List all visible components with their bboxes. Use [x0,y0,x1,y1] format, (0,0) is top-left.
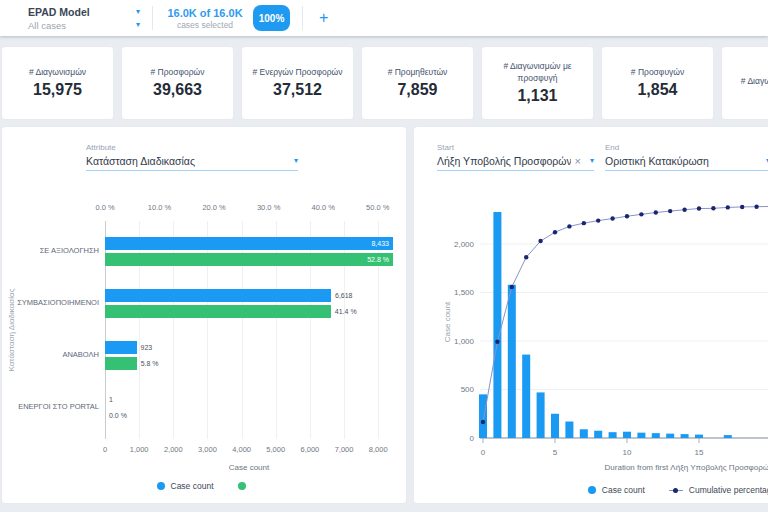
legend-label: Cumulative percentage [689,485,768,495]
percent-axis-tick: 0.0 % [95,203,114,212]
legend-item-cumulative-percentage[interactable]: Cumulative percentage [669,485,768,495]
bar-value-label: 6,618 [335,292,353,299]
chevron-down-icon[interactable]: ▾ [136,8,140,16]
count-axis-tick: 3,000 [198,445,217,454]
histogram-bar[interactable] [652,433,660,438]
histogram-bar[interactable] [551,414,559,438]
bar[interactable] [105,357,137,370]
cumulative-point[interactable] [610,216,614,220]
attribute-chart-panel: Attribute Κατάσταση Διαδικασίας ▾ Κατάστ… [1,126,407,504]
cumulative-point[interactable] [567,224,571,228]
kpi-label: # Προσφυγών [623,67,692,78]
selection-summary: 16.0K of 16.0K cases selected [165,7,245,30]
cumulative-point[interactable] [481,420,485,424]
percent-axis-tick: 10.0 % [148,203,171,212]
cumulative-point[interactable] [625,214,629,218]
bar[interactable] [105,237,393,250]
end-activity-dropdown[interactable]: End Οριστική Κατακύρωση ▾ [605,143,768,171]
cumulative-point[interactable] [596,218,600,222]
histogram-bar[interactable] [681,434,689,438]
count-axis-tick: 0 [103,445,107,454]
start-dropdown-label: Start [437,143,594,152]
histogram-bar[interactable] [724,435,732,438]
x-axis-tick: 15 [695,448,704,457]
x-axis-tick: 0 [481,448,486,457]
bar-value-label: 5.8 % [141,360,159,367]
cumulative-point[interactable] [495,340,499,344]
legend-label: Case count [602,485,645,495]
kpi-value: 1,854 [637,81,677,99]
clear-icon[interactable]: × [575,156,581,167]
cumulative-point[interactable] [740,205,744,209]
legend-dot-icon [157,482,165,490]
category-label: ΣΥΜΒΑΣΙΟΠΟΙΗΜΕΝΟΙ [2,298,99,307]
model-name[interactable]: EPAD Model [28,6,90,18]
cumulative-point[interactable] [654,210,658,214]
cumulative-point[interactable] [668,209,672,213]
chevron-down-icon[interactable]: ▾ [136,21,140,29]
right-chart-x-axis-label: Duration from first Λήξη Υποβολής Προσφο… [605,463,768,472]
case-filter-name[interactable]: All cases [28,20,66,31]
cumulative-point[interactable] [726,205,730,209]
x-axis-tick: 10 [623,448,632,457]
cumulative-point[interactable] [524,255,528,259]
kpi-card: # Προμηθευτών 7,859 [361,46,474,120]
count-axis-tick: 7,000 [335,445,354,454]
percent-selected-badge[interactable]: 100% [253,5,290,31]
histogram-bar[interactable] [479,394,487,438]
histogram-bar[interactable] [493,212,501,438]
histogram-bar[interactable] [594,431,602,438]
right-chart: 05001,0001,5002,000051015Duration from f… [414,197,768,487]
model-selector[interactable]: EPAD Model ▾ All cases ▾ [28,6,140,31]
cumulative-point[interactable] [697,206,701,210]
histogram-bar[interactable] [580,429,588,438]
cumulative-point[interactable] [682,208,686,212]
histogram-bar[interactable] [666,434,674,438]
chevron-down-icon[interactable]: ▾ [590,157,594,165]
left-chart: 0.0 %10.0 %20.0 %30.0 %40.0 %50.0 %8,433… [2,127,406,503]
left-chart-plot-area: 8,43352.8 %6,61841.4 %9235.8 %10.0 % [105,221,393,439]
legend-item-case-count[interactable]: Case count [588,485,645,495]
histogram-bar[interactable] [623,432,631,438]
y-axis-tick: 0 [470,434,475,443]
left-chart-legend: Case count [2,481,406,491]
histogram-bar[interactable] [609,432,617,438]
histogram-bar[interactable] [695,435,703,438]
bar-value-label: 52.8 % [367,256,389,263]
kpi-card: # Προσφορών 39,663 [121,46,234,120]
cumulative-point[interactable] [639,212,643,216]
bar[interactable] [105,253,393,266]
cumulative-point[interactable] [538,239,542,243]
cumulative-point[interactable] [711,206,715,210]
percent-axis-tick: 50.0 % [366,203,389,212]
bar[interactable] [105,289,331,302]
cumulative-point[interactable] [582,221,586,225]
selected-fraction: 16.0K of 16.0K [165,7,245,19]
legend-item-case-percentage[interactable] [238,482,252,490]
start-activity-dropdown[interactable]: Start Λήξη Υποβολής Προσφορών × ▾ [437,143,594,171]
bar[interactable] [105,305,331,318]
legend-line-dot-icon [669,486,683,494]
count-axis-tick: 5,000 [266,445,285,454]
bar[interactable] [105,341,137,354]
legend-item-case-count[interactable]: Case count [157,481,214,491]
cumulative-point[interactable] [510,285,514,289]
divider [152,6,153,30]
cumulative-point[interactable] [553,230,557,234]
y-axis-tick: 500 [461,385,475,394]
cumulative-point[interactable] [754,204,758,208]
bar-value-label: 0.0 % [109,412,127,419]
kpi-label: # Προμηθευτών [380,67,456,78]
start-dropdown-value[interactable]: Λήξη Υποβολής Προσφορών [437,155,571,167]
bar-value-label: 1 [109,396,113,403]
histogram-bar[interactable] [637,433,645,438]
end-dropdown-value[interactable]: Οριστική Κατακύρωση [605,155,766,167]
histogram-bar[interactable] [508,285,516,438]
count-axis-tick: 8,000 [369,445,388,454]
add-filter-button[interactable]: + [315,9,332,27]
histogram-bar[interactable] [565,422,573,438]
histogram-bar[interactable] [537,392,545,438]
percent-axis-tick: 40.0 % [311,203,334,212]
histogram-bar[interactable] [522,355,530,438]
category-label: ΣΕ ΑΞΙΟΛΟΓΗΣΗ [2,246,99,255]
